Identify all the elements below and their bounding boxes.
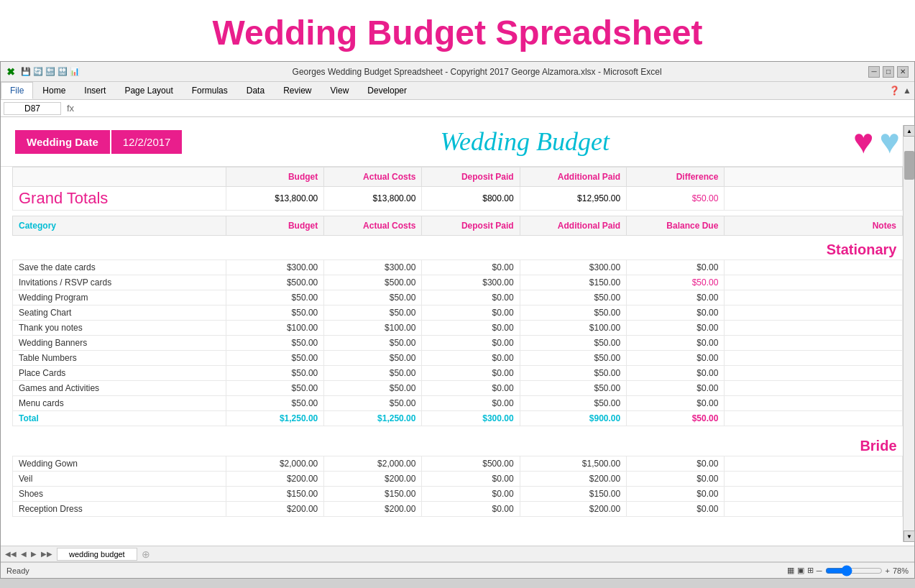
row-notes xyxy=(725,275,903,290)
table-row[interactable]: Menu cards $50.00 $50.00 $0.00 $50.00 $0… xyxy=(13,396,903,411)
spacer-2 xyxy=(13,426,903,432)
right-scrollbar[interactable]: ▲ ▼ xyxy=(903,125,914,542)
col-budget-header: Budget xyxy=(226,216,324,236)
minimize-btn[interactable]: ─ xyxy=(868,66,880,78)
row-actual: $50.00 xyxy=(324,366,422,381)
table-row[interactable]: Wedding Program $50.00 $50.00 $0.00 $50.… xyxy=(13,290,903,306)
col-header-actual-gt: Actual Costs xyxy=(324,167,422,187)
table-row[interactable]: Wedding Banners $50.00 $50.00 $0.00 $50.… xyxy=(13,336,903,351)
row-budget: $50.00 xyxy=(226,396,324,411)
table-row[interactable]: Seating Chart $50.00 $50.00 $0.00 $50.00… xyxy=(13,306,903,321)
row-deposit: $0.00 xyxy=(422,396,520,411)
wb-header: Wedding Date 12/2/2017 Wedding Budget ♥ … xyxy=(1,117,914,167)
total-additional: $900.00 xyxy=(520,411,627,426)
total-label: Total xyxy=(13,411,226,426)
row-category: Veil xyxy=(13,471,226,486)
last-sheet-icon[interactable]: ▶▶ xyxy=(40,550,54,558)
row-actual: $500.00 xyxy=(324,275,422,290)
tab-developer[interactable]: Developer xyxy=(358,82,416,99)
row-deposit: $0.00 xyxy=(422,501,520,516)
add-sheet-icon[interactable]: ⊕ xyxy=(142,548,150,560)
zoom-minus-icon[interactable]: ─ xyxy=(817,566,822,575)
table-row[interactable]: Save the date cards $300.00 $300.00 $0.0… xyxy=(13,260,903,275)
zoom-slider[interactable] xyxy=(825,565,883,576)
col-balance-header: Balance Due xyxy=(627,216,725,236)
row-balance: $0.00 xyxy=(627,306,725,321)
row-notes xyxy=(725,336,903,351)
tab-view[interactable]: View xyxy=(321,82,359,99)
grand-totals-deposit: $800.00 xyxy=(422,187,520,211)
col-deposit-header: Deposit Paid xyxy=(422,216,520,236)
row-actual: $200.00 xyxy=(324,501,422,516)
row-additional: $200.00 xyxy=(520,471,627,486)
tab-formulas[interactable]: Formulas xyxy=(183,82,237,99)
row-balance: $0.00 xyxy=(627,471,725,486)
view-layout-icon[interactable]: ▣ xyxy=(797,566,804,575)
row-balance: $0.00 xyxy=(627,381,725,396)
row-balance: $0.00 xyxy=(627,336,725,351)
col-header-diff-gt: Difference xyxy=(627,167,725,187)
stationary-total-row: Total $1,250.00 $1,250.00 $300.00 $900.0… xyxy=(13,411,903,426)
tab-home[interactable]: Home xyxy=(33,82,75,99)
row-category: Shoes xyxy=(13,486,226,501)
row-balance: $0.00 xyxy=(627,366,725,381)
row-notes xyxy=(725,456,903,471)
collapse-icon[interactable]: ▲ xyxy=(903,86,911,96)
row-deposit: $0.00 xyxy=(422,351,520,366)
table-row[interactable]: Reception Dress $200.00 $200.00 $0.00 $2… xyxy=(13,501,903,516)
tab-data[interactable]: Data xyxy=(237,82,274,99)
table-row[interactable]: Invitations / RSVP cards $500.00 $500.00… xyxy=(13,275,903,290)
grand-totals-row: Grand Totals $13,800.00 $13,800.00 $800.… xyxy=(13,187,903,211)
row-balance: $0.00 xyxy=(627,260,725,275)
help-icon[interactable]: ❓ xyxy=(889,86,900,96)
budget-table: Budget Actual Costs Deposit Paid Additio… xyxy=(12,167,903,517)
row-actual: $50.00 xyxy=(324,336,422,351)
col-actual-header: Actual Costs xyxy=(324,216,422,236)
table-row[interactable]: Shoes $150.00 $150.00 $0.00 $150.00 $0.0… xyxy=(13,486,903,501)
zoom-plus-icon[interactable]: + xyxy=(886,566,890,575)
row-actual: $50.00 xyxy=(324,396,422,411)
scroll-up-btn[interactable]: ▲ xyxy=(903,125,914,137)
row-category: Menu cards xyxy=(13,396,226,411)
table-row[interactable]: Games and Activities $50.00 $50.00 $0.00… xyxy=(13,381,903,396)
row-deposit: $0.00 xyxy=(422,381,520,396)
table-row[interactable]: Veil $200.00 $200.00 $0.00 $200.00 $0.00 xyxy=(13,471,903,486)
table-row[interactable]: Wedding Gown $2,000.00 $2,000.00 $500.00… xyxy=(13,456,903,471)
bride-header: Bride xyxy=(13,432,903,456)
table-row[interactable]: Place Cards $50.00 $50.00 $0.00 $50.00 $… xyxy=(13,366,903,381)
row-actual: $50.00 xyxy=(324,381,422,396)
view-normal-icon[interactable]: ▦ xyxy=(787,566,794,575)
first-sheet-icon[interactable]: ◀◀ xyxy=(4,550,18,558)
row-budget: $2,000.00 xyxy=(226,456,324,471)
tab-review[interactable]: Review xyxy=(274,82,321,99)
excel-window: ✖ 💾 🔄 🔙 🔛 📊 Georges Wedding Budget Sprea… xyxy=(0,61,915,579)
close-btn[interactable]: ✕ xyxy=(897,66,909,78)
tab-page-layout[interactable]: Page Layout xyxy=(115,82,182,99)
sheet-tab-wedding-budget[interactable]: wedding budget xyxy=(57,548,137,561)
scroll-down-btn[interactable]: ▼ xyxy=(903,530,914,542)
table-row[interactable]: Table Numbers $50.00 $50.00 $0.00 $50.00… xyxy=(13,351,903,366)
zoom-level: 78% xyxy=(893,566,909,575)
restore-btn[interactable]: □ xyxy=(883,66,894,78)
tab-file[interactable]: File xyxy=(1,82,33,99)
tab-insert[interactable]: Insert xyxy=(75,82,115,99)
scroll-thumb[interactable] xyxy=(904,151,914,180)
nav-arrows: ◀◀ ◀ ▶ ▶▶ xyxy=(4,550,54,558)
formula-input[interactable] xyxy=(80,104,911,114)
quick-access: 💾 🔄 🔙 🔛 📊 xyxy=(21,67,80,76)
row-budget: $50.00 xyxy=(226,351,324,366)
stationary-label: Stationary xyxy=(13,236,903,260)
prev-sheet-icon[interactable]: ◀ xyxy=(19,550,28,558)
next-sheet-icon[interactable]: ▶ xyxy=(29,550,38,558)
view-break-icon[interactable]: ⊞ xyxy=(807,566,814,575)
fx-label: fx xyxy=(67,103,74,114)
row-notes xyxy=(725,501,903,516)
cell-reference[interactable] xyxy=(4,102,61,115)
table-row[interactable]: Thank you notes $100.00 $100.00 $0.00 $1… xyxy=(13,321,903,336)
row-budget: $500.00 xyxy=(226,275,324,290)
title-bar: ✖ 💾 🔄 🔙 🔛 📊 Georges Wedding Budget Sprea… xyxy=(1,62,914,82)
row-additional: $50.00 xyxy=(520,396,627,411)
total-budget: $1,250.00 xyxy=(226,411,324,426)
row-deposit: $0.00 xyxy=(422,306,520,321)
row-balance: $0.00 xyxy=(627,456,725,471)
